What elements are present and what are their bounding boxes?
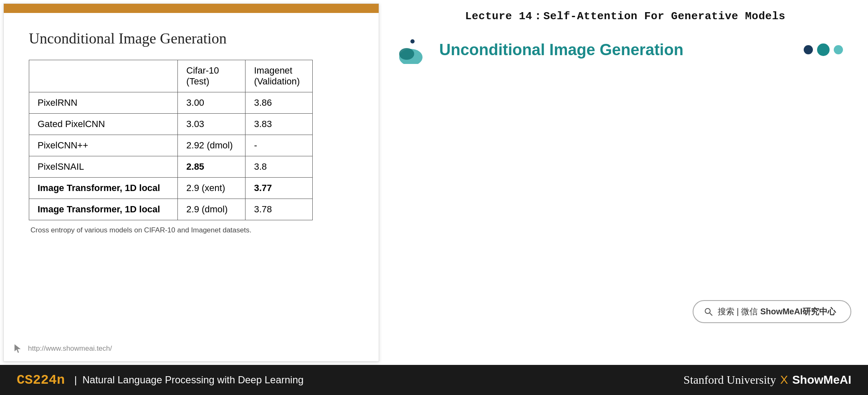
dot-teal-large — [817, 43, 830, 56]
table-cell-cifar: 3.00 — [178, 92, 245, 114]
course-code: CS224n — [17, 372, 65, 388]
x-separator: X — [780, 373, 788, 387]
course-desc: | Natural Language Processing with Deep … — [71, 374, 304, 386]
table-caption: Cross entropy of various models on CIFAR… — [29, 226, 354, 234]
right-panel: Lecture 14：Self-Attention For Generative… — [382, 0, 868, 365]
table-row: Gated PixelCNN3.033.83 — [29, 114, 313, 135]
table-cell-cifar: 3.03 — [178, 114, 245, 135]
bottom-right: Stanford University X ShowMeAI — [683, 373, 851, 387]
svg-line-4 — [710, 313, 712, 316]
table-row: Image Transformer, 1D local2.9 (xent)3.7… — [29, 178, 313, 199]
slide-footer: http://www.showmeai.tech/ — [4, 338, 379, 361]
slide-panel: Unconditional Image Generation Cifar-10(… — [3, 3, 379, 362]
table-cell-cifar: 2.9 (xent) — [178, 178, 245, 199]
svg-point-2 — [410, 39, 415, 43]
svg-point-3 — [705, 308, 710, 313]
table-cell-cifar: 2.85 — [178, 156, 245, 178]
svg-point-1 — [399, 48, 414, 60]
table-cell-model: Image Transformer, 1D local — [29, 199, 178, 220]
slide-title: Unconditional Image Generation — [29, 30, 354, 47]
table-cell-model: Image Transformer, 1D local — [29, 178, 178, 199]
table-row: PixelRNN3.003.86 — [29, 92, 313, 114]
table-cell-imagenet: 3.8 — [245, 156, 313, 178]
table-header-model — [29, 60, 178, 92]
main-content: Unconditional Image Generation Cifar-10(… — [0, 0, 868, 365]
search-box[interactable]: 搜索 | 微信 ShowMeAI研究中心 — [693, 300, 851, 323]
cursor-icon — [12, 343, 24, 354]
footer-url: http://www.showmeai.tech/ — [28, 344, 112, 353]
table-cell-cifar: 2.92 (dmol) — [178, 135, 245, 156]
table-cell-model: Gated PixelCNN — [29, 114, 178, 135]
lecture-title: Lecture 14：Self-Attention For Generative… — [399, 8, 851, 23]
table-cell-imagenet: 3.86 — [245, 92, 313, 114]
topic-logo — [399, 36, 433, 64]
showmeai-text: ShowMeAI — [792, 373, 851, 387]
slide-content: Unconditional Image Generation Cifar-10(… — [4, 13, 379, 338]
topic-dots — [804, 43, 843, 56]
search-label: 搜索 | 微信 ShowMeAI研究中心 — [718, 306, 836, 317]
table-cell-imagenet: - — [245, 135, 313, 156]
bottom-bar: CS224n | Natural Language Processing wit… — [0, 365, 868, 395]
stanford-text: Stanford University — [683, 373, 776, 387]
topic-title: Unconditional Image Generation — [439, 41, 683, 59]
table-cell-model: PixelSNAIL — [29, 156, 178, 178]
table-cell-model: PixelRNN — [29, 92, 178, 114]
topic-card: Unconditional Image Generation — [399, 36, 851, 64]
table-header-imagenet: Imagenet(Validation) — [245, 60, 313, 92]
table-cell-imagenet: 3.78 — [245, 199, 313, 220]
search-icon — [704, 307, 714, 317]
table-cell-imagenet: 3.77 — [245, 178, 313, 199]
comparison-table: Cifar-10(Test) Imagenet(Validation) Pixe… — [29, 60, 313, 220]
table-header-cifar: Cifar-10(Test) — [178, 60, 245, 92]
slide-top-bar — [4, 4, 379, 13]
table-row: Image Transformer, 1D local2.9 (dmol)3.7… — [29, 199, 313, 220]
table-row: PixelSNAIL2.853.8 — [29, 156, 313, 178]
dot-dark — [804, 45, 813, 54]
dot-teal-small — [834, 45, 843, 54]
table-cell-model: PixelCNN++ — [29, 135, 178, 156]
table-cell-imagenet: 3.83 — [245, 114, 313, 135]
table-cell-cifar: 2.9 (dmol) — [178, 199, 245, 220]
table-row: PixelCNN++2.92 (dmol)- — [29, 135, 313, 156]
